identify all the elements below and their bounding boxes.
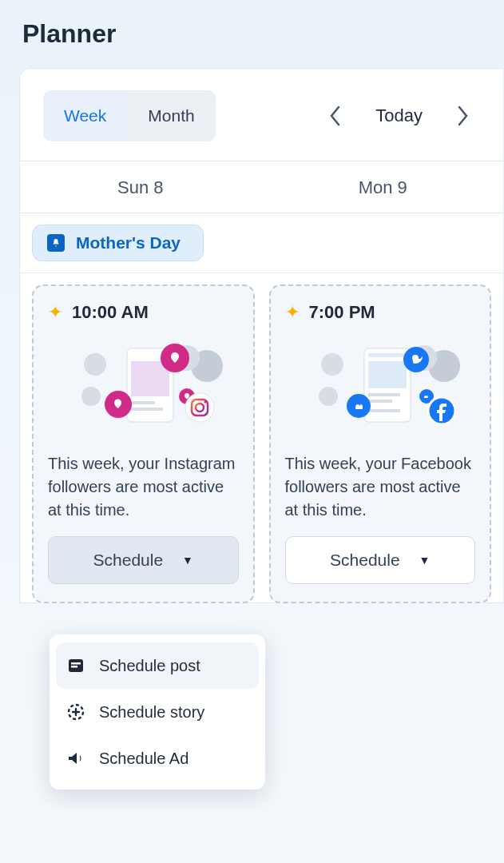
day-header: Mon 9 — [262, 161, 505, 213]
planner-panel: Week Month Today Sun 8 Mon 9 Mother's Da… — [19, 68, 504, 603]
svg-rect-6 — [131, 401, 155, 404]
date-nav: Today — [235, 98, 480, 133]
svg-rect-7 — [131, 408, 163, 411]
prev-button[interactable] — [318, 98, 353, 133]
suggestion-card-instagram: ✦ 10:00 AM — [32, 284, 255, 603]
suggestion-text: This week, your Instagram followers are … — [48, 452, 239, 522]
story-icon — [65, 702, 86, 722]
dropdown-item-label: Schedule story — [99, 703, 204, 722]
svg-point-0 — [84, 353, 106, 376]
today-button[interactable]: Today — [367, 105, 431, 126]
suggested-time: 10:00 AM — [72, 302, 149, 323]
facebook-illustration-icon — [288, 334, 472, 438]
schedule-button[interactable]: Schedule ▼ — [48, 536, 239, 584]
star-icon: ✦ — [48, 302, 62, 323]
page-title: Planner — [0, 0, 504, 68]
day-label: Sun 8 — [117, 177, 164, 197]
svg-point-11 — [185, 393, 214, 422]
event-label: Mother's Day — [76, 233, 181, 253]
svg-rect-17 — [71, 666, 77, 668]
dropdown-item-label: Schedule Ad — [99, 750, 189, 768]
view-month-tab[interactable]: Month — [127, 90, 215, 141]
svg-rect-25 — [368, 353, 407, 357]
suggestion-card-facebook: ✦ 7:00 PM — [269, 284, 492, 603]
schedule-dropdown: Schedule post Schedule story Schedule Ad — [50, 634, 265, 789]
card-column: ✦ 7:00 PM — [269, 284, 492, 603]
next-button[interactable] — [445, 98, 480, 133]
suggestion-text: This week, your Facebook followers are m… — [285, 452, 476, 522]
dropdown-item-label: Schedule post — [99, 657, 200, 675]
suggestion-cards-row: ✦ 10:00 AM — [19, 272, 504, 603]
event-row: Mother's Day — [19, 213, 504, 272]
suggested-time: 7:00 PM — [309, 302, 375, 323]
suggestion-illustration — [285, 334, 476, 438]
dropdown-item-schedule-story[interactable]: Schedule story — [50, 689, 265, 735]
toolbar: Week Month Today — [19, 68, 504, 161]
svg-rect-16 — [71, 662, 81, 665]
chevron-right-icon — [456, 105, 469, 126]
event-chip-mothers-day[interactable]: Mother's Day — [32, 225, 204, 261]
view-week-tab[interactable]: Week — [43, 90, 127, 141]
svg-point-19 — [321, 353, 343, 376]
svg-rect-24 — [368, 361, 407, 388]
view-toggle: Week Month — [43, 90, 216, 141]
bell-icon — [47, 234, 65, 252]
svg-point-22 — [319, 387, 338, 406]
card-column: ✦ 10:00 AM — [32, 284, 255, 603]
day-header-row: Sun 8 Mon 9 — [19, 161, 504, 213]
svg-rect-27 — [368, 400, 392, 403]
instagram-illustration-icon — [51, 334, 235, 438]
caret-down-icon: ▼ — [182, 554, 193, 567]
day-label: Mon 9 — [359, 177, 407, 197]
dropdown-item-schedule-ad[interactable]: Schedule Ad — [50, 735, 265, 781]
svg-point-14 — [204, 400, 207, 403]
dropdown-item-schedule-post[interactable]: Schedule post — [56, 642, 259, 689]
svg-rect-28 — [368, 409, 400, 412]
star-icon: ✦ — [285, 302, 300, 323]
post-icon — [65, 655, 86, 676]
schedule-button-label: Schedule — [93, 551, 164, 570]
caret-down-icon: ▼ — [419, 554, 431, 567]
ad-icon — [65, 748, 86, 769]
svg-point-3 — [81, 387, 101, 406]
svg-rect-26 — [368, 393, 400, 396]
chevron-left-icon — [329, 105, 342, 126]
schedule-button-label: Schedule — [330, 551, 400, 570]
day-header: Sun 8 — [19, 161, 262, 213]
schedule-button[interactable]: Schedule ▼ — [285, 536, 476, 584]
suggestion-illustration — [48, 334, 239, 438]
